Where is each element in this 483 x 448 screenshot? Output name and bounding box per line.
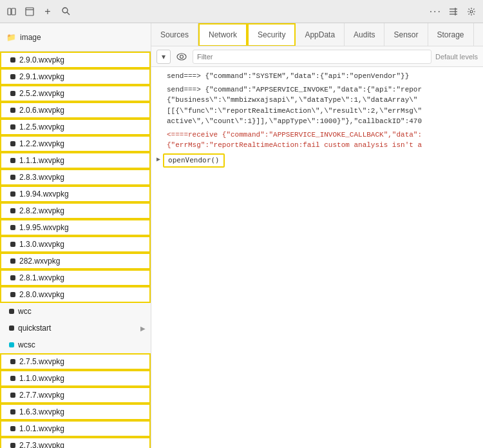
svg-rect-2 — [26, 8, 33, 15]
sidebar-item-label: 1.1.1.wxvpkg — [19, 156, 64, 165]
sidebar-item-label: 1.9.94.wxvpkg — [19, 190, 69, 199]
filter-dropdown-button[interactable]: ▾ — [156, 50, 171, 64]
sidebar: 📁 image 2.9.0.wxvpkg2.9.1.wxvpkg2.5.2.wx… — [0, 23, 151, 448]
sidebar-header-label: image — [20, 33, 41, 42]
tab-storage[interactable]: Storage — [428, 23, 474, 46]
sidebar-item[interactable]: 2.9.0.wxvpkg — [0, 52, 151, 68]
sidebar-item-label: 1.2.5.wxvpkg — [19, 122, 64, 131]
tabs-row: SourcesNetworkSecurityAppDataAuditsSenso… — [151, 23, 483, 46]
settings-icon[interactable] — [465, 5, 478, 18]
sidebar-item-label: 1.6.3.wxvpkg — [19, 407, 64, 416]
sidebar-item[interactable]: 1.6.3.wxvpkg — [0, 404, 151, 420]
tab-sensor[interactable]: Sensor — [384, 23, 428, 46]
sidebar-header: 📁 image — [0, 23, 151, 52]
sidebar-item-label: 2.7.7.wxvpkg — [19, 391, 64, 400]
sidebar-toggle-icon[interactable] — [5, 5, 18, 18]
sidebar-item-label: 1.1.0.wxvpkg — [19, 374, 64, 383]
sidebar-item[interactable]: 2.8.3.wxvpkg — [0, 169, 151, 186]
sidebar-item-label: 2.7.3.wxvpkg — [19, 441, 64, 448]
tab-audits[interactable]: Audits — [345, 23, 384, 46]
sidebar-item[interactable]: 2.7.3.wxvpkg — [0, 437, 151, 448]
sidebar-item[interactable]: 2.5.2.wxvpkg — [0, 85, 151, 102]
sidebar-item[interactable]: quickstart▶ — [0, 320, 151, 336]
top-toolbar: + ··· — [0, 0, 483, 23]
sidebar-item[interactable]: 1.0.1.wxvpkg — [0, 420, 151, 437]
sidebar-item[interactable]: 1.2.2.wxvpkg — [0, 135, 151, 152]
sidebar-item-label: 2.8.0.wxvpkg — [19, 290, 64, 299]
sidebar-item-label: 2.7.5.wxvpkg — [19, 357, 64, 366]
sidebar-item[interactable]: 1.1.1.wxvpkg — [0, 152, 151, 169]
sidebar-item[interactable]: wcc — [0, 303, 151, 320]
tab-appdata[interactable]: AppData — [296, 23, 345, 46]
sidebar-item-label: 2.8.2.wxvpkg — [19, 206, 64, 215]
folder-icon: 📁 — [6, 33, 16, 42]
sidebar-item-label: quickstart — [18, 324, 51, 333]
sidebar-item-label: 2.8.1.wxvpkg — [19, 273, 64, 282]
console-line: send===> {"command":"SYSTEM","data":{"ap… — [151, 70, 483, 83]
tab-security[interactable]: Security — [247, 23, 296, 46]
sidebar-item-label: 2.5.2.wxvpkg — [19, 89, 64, 98]
console-line-expandable[interactable]: ▶openVendor() — [151, 152, 483, 170]
tab-sources[interactable]: Sources — [151, 23, 198, 46]
sidebar-item-label: wcsc — [18, 340, 35, 349]
filter-input[interactable] — [193, 50, 431, 64]
expand-arrow-icon[interactable]: ▶ — [156, 155, 160, 164]
more-options-icon[interactable]: ··· — [430, 6, 442, 17]
sidebar-item-label: 1.0.1.wxvpkg — [19, 424, 64, 433]
sidebar-item-label: 1.9.95.wxvpkg — [19, 223, 69, 232]
open-vendor-call: openVendor() — [163, 153, 224, 168]
tab-network[interactable]: Network — [198, 23, 247, 46]
sidebar-item[interactable]: 2.7.5.wxvpkg — [0, 353, 151, 370]
main-layout: 📁 image 2.9.0.wxvpkg2.9.1.wxvpkg2.5.2.wx… — [0, 23, 483, 448]
sidebar-item[interactable]: 1.2.5.wxvpkg — [0, 119, 151, 135]
console-line: <====receive {"command":"APPSERVICE_INVO… — [151, 128, 483, 152]
sidebar-item-label: 1.3.0.wxvpkg — [19, 240, 64, 249]
sidebar-item[interactable]: wcsc — [0, 336, 151, 353]
sidebar-item[interactable]: 1.9.94.wxvpkg — [0, 186, 151, 202]
svg-point-11 — [177, 54, 186, 60]
sidebar-item[interactable]: 2.7.7.wxvpkg — [0, 387, 151, 404]
svg-point-12 — [180, 55, 184, 58]
sidebar-item-label: 2.9.0.wxvpkg — [19, 55, 64, 64]
sidebar-items-list: 2.9.0.wxvpkg2.9.1.wxvpkg2.5.2.wxvpkg2.0.… — [0, 52, 151, 448]
svg-point-10 — [470, 10, 473, 13]
svg-point-4 — [62, 8, 68, 13]
sidebar-item-label: 2.8.3.wxvpkg — [19, 173, 64, 182]
search-icon[interactable] — [59, 5, 72, 18]
window-icon[interactable] — [23, 5, 36, 18]
sidebar-item[interactable]: 2.8.1.wxvpkg — [0, 269, 151, 286]
svg-rect-1 — [12, 8, 15, 15]
sidebar-item[interactable]: 1.1.0.wxvpkg — [0, 370, 151, 387]
sidebar-item-label: 282.wxvpkg — [19, 257, 60, 266]
right-panel: SourcesNetworkSecurityAppDataAuditsSenso… — [151, 23, 483, 448]
sidebar-item-label: 2.0.6.wxvpkg — [19, 106, 64, 115]
sidebar-item[interactable]: 2.9.1.wxvpkg — [0, 68, 151, 85]
sidebar-item-label: 1.2.2.wxvpkg — [19, 139, 64, 148]
sidebar-item[interactable]: 282.wxvpkg — [0, 253, 151, 269]
sidebar-item[interactable]: 1.3.0.wxvpkg — [0, 236, 151, 253]
console-line: send===> {"command":"APPSERVICE_INVOKE",… — [151, 83, 483, 128]
sidebar-item-label: wcc — [18, 307, 32, 316]
sidebar-item[interactable]: 2.8.0.wxvpkg — [0, 286, 151, 303]
sidebar-item[interactable]: 2.8.2.wxvpkg — [0, 202, 151, 219]
svg-rect-0 — [8, 8, 11, 15]
filter-row: ▾ Default levels — [151, 46, 483, 67]
sidebar-item[interactable]: 1.9.95.wxvpkg — [0, 219, 151, 236]
sidebar-item-label: 2.9.1.wxvpkg — [19, 72, 64, 81]
list-view-icon[interactable] — [447, 5, 460, 18]
console-area: send===> {"command":"SYSTEM","data":{"ap… — [151, 67, 483, 448]
chevron-right-icon: ▶ — [140, 325, 146, 332]
svg-line-5 — [67, 12, 70, 15]
filter-eye-icon[interactable] — [175, 50, 189, 64]
sidebar-item[interactable]: 2.0.6.wxvpkg — [0, 102, 151, 119]
default-levels-label: Default levels — [435, 53, 478, 61]
add-tab-icon[interactable]: + — [41, 5, 54, 18]
